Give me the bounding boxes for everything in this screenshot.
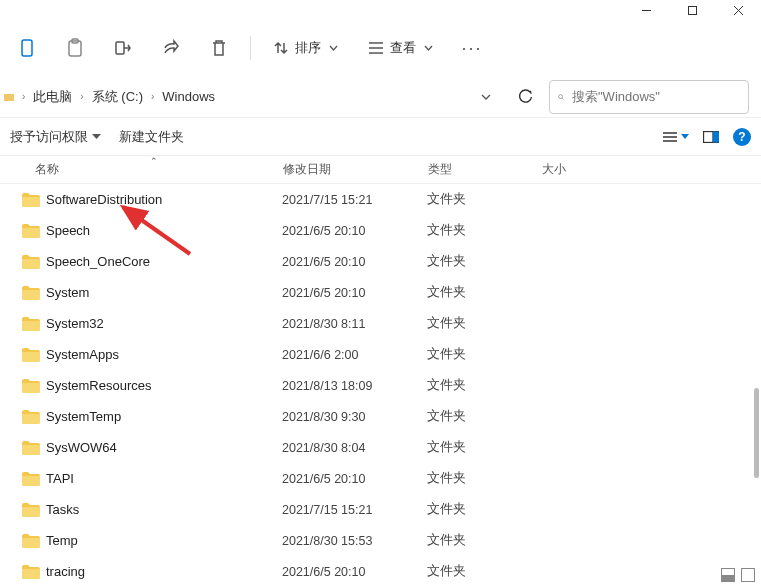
permissions-label: 授予访问权限	[10, 128, 88, 146]
copy-button[interactable]	[10, 31, 44, 65]
col-header-date[interactable]: 修改日期	[283, 161, 428, 178]
sort-button[interactable]: 排序	[265, 35, 346, 61]
window-titlebar	[0, 0, 761, 20]
breadcrumb-dropdown[interactable]	[477, 94, 495, 100]
main-toolbar: 排序 查看 ···	[0, 20, 761, 76]
file-name: Tasks	[46, 502, 282, 517]
permissions-button[interactable]: 授予访问权限	[10, 128, 101, 146]
file-name: SysWOW64	[46, 440, 282, 455]
file-type: 文件夹	[427, 222, 541, 239]
breadcrumb[interactable]: › 此电脑 › 系统 (C:) › Windows	[0, 81, 539, 113]
table-row[interactable]: Temp2021/8/30 15:53文件夹	[0, 525, 761, 556]
table-row[interactable]: SystemResources2021/8/13 18:09文件夹	[0, 370, 761, 401]
file-date: 2021/8/30 8:11	[282, 317, 427, 331]
file-date: 2021/8/30 9:30	[282, 410, 427, 424]
minimize-button[interactable]	[623, 0, 669, 20]
svg-rect-4	[22, 40, 32, 56]
preview-pane-button[interactable]	[703, 131, 719, 143]
sub-toolbar: 授予访问权限 新建文件夹 ?	[0, 118, 761, 156]
chevron-down-icon	[329, 45, 338, 51]
file-name: tracing	[46, 564, 282, 579]
help-button[interactable]: ?	[733, 128, 751, 146]
svg-line-13	[562, 98, 564, 100]
file-list[interactable]: SoftwareDistribution2021/7/15 15:21文件夹Sp…	[0, 184, 761, 584]
file-type: 文件夹	[427, 532, 541, 549]
view-toggle-list[interactable]	[663, 131, 689, 143]
search-icon	[558, 90, 564, 104]
file-date: 2021/6/5 20:10	[282, 224, 427, 238]
file-date: 2021/6/5 20:10	[282, 565, 427, 579]
file-type: 文件夹	[427, 501, 541, 518]
file-name: SystemTemp	[46, 409, 282, 424]
table-row[interactable]: Tasks2021/7/15 15:21文件夹	[0, 494, 761, 525]
table-row[interactable]: SystemApps2021/6/6 2:00文件夹	[0, 339, 761, 370]
close-button[interactable]	[715, 0, 761, 20]
file-type: 文件夹	[427, 470, 541, 487]
file-date: 2021/6/5 20:10	[282, 286, 427, 300]
sort-label: 排序	[295, 39, 321, 57]
crumb-2[interactable]: Windows	[162, 89, 215, 104]
paste-button[interactable]	[58, 31, 92, 65]
table-row[interactable]: SoftwareDistribution2021/7/15 15:21文件夹	[0, 184, 761, 215]
delete-button[interactable]	[202, 31, 236, 65]
file-type: 文件夹	[427, 191, 541, 208]
scrollbar-thumb[interactable]	[754, 388, 759, 478]
view-mode-details-icon[interactable]	[721, 568, 735, 582]
file-type: 文件夹	[427, 563, 541, 580]
file-date: 2021/8/30 15:53	[282, 534, 427, 548]
table-row[interactable]: System2021/6/5 20:10文件夹	[0, 277, 761, 308]
refresh-button[interactable]	[511, 83, 539, 111]
chevron-right-icon: ›	[80, 91, 83, 102]
breadcrumb-root-icon	[4, 91, 14, 103]
file-date: 2021/6/6 2:00	[282, 348, 427, 362]
sort-indicator-icon: ⌃	[150, 156, 158, 166]
col-header-type[interactable]: 类型	[428, 161, 542, 178]
file-name: SoftwareDistribution	[46, 192, 282, 207]
chevron-down-icon	[424, 45, 433, 51]
cut-button[interactable]	[106, 31, 140, 65]
chevron-right-icon: ›	[22, 91, 25, 102]
col-header-size[interactable]: 大小	[542, 161, 761, 178]
table-row[interactable]: TAPI2021/6/5 20:10文件夹	[0, 463, 761, 494]
new-folder-label: 新建文件夹	[119, 128, 184, 146]
svg-rect-11	[4, 94, 14, 101]
share-button[interactable]	[154, 31, 188, 65]
new-folder-button[interactable]: 新建文件夹	[119, 128, 184, 146]
file-type: 文件夹	[427, 346, 541, 363]
table-row[interactable]: Speech_OneCore2021/6/5 20:10文件夹	[0, 246, 761, 277]
table-row[interactable]: SystemTemp2021/8/30 9:30文件夹	[0, 401, 761, 432]
svg-rect-1	[688, 6, 696, 14]
file-name: SystemResources	[46, 378, 282, 393]
table-row[interactable]: tracing2021/6/5 20:10文件夹	[0, 556, 761, 584]
file-date: 2021/7/15 15:21	[282, 503, 427, 517]
column-headers: ⌃ 名称 修改日期 类型 大小	[0, 156, 761, 184]
view-button[interactable]: 查看	[360, 35, 441, 61]
chevron-down-icon	[92, 134, 101, 139]
file-name: System32	[46, 316, 282, 331]
svg-rect-19	[713, 131, 719, 142]
file-date: 2021/8/30 8:04	[282, 441, 427, 455]
file-name: Temp	[46, 533, 282, 548]
search-input[interactable]	[572, 89, 740, 104]
status-bar-icons	[721, 568, 755, 582]
table-row[interactable]: Speech2021/6/5 20:10文件夹	[0, 215, 761, 246]
file-name: System	[46, 285, 282, 300]
table-row[interactable]: SysWOW642021/8/30 8:04文件夹	[0, 432, 761, 463]
crumb-1[interactable]: 系统 (C:)	[92, 88, 143, 106]
file-type: 文件夹	[427, 253, 541, 270]
view-mode-thumbnails-icon[interactable]	[741, 568, 755, 582]
search-box[interactable]	[549, 80, 749, 114]
address-row: › 此电脑 › 系统 (C:) › Windows	[0, 76, 761, 118]
file-date: 2021/8/13 18:09	[282, 379, 427, 393]
table-row[interactable]: System322021/8/30 8:11文件夹	[0, 308, 761, 339]
file-type: 文件夹	[427, 284, 541, 301]
more-button[interactable]: ···	[455, 31, 489, 65]
col-header-name[interactable]: 名称	[35, 161, 283, 178]
crumb-0[interactable]: 此电脑	[33, 88, 72, 106]
file-date: 2021/7/15 15:21	[282, 193, 427, 207]
svg-point-12	[559, 94, 563, 98]
file-type: 文件夹	[427, 377, 541, 394]
maximize-button[interactable]	[669, 0, 715, 20]
file-type: 文件夹	[427, 408, 541, 425]
view-label: 查看	[390, 39, 416, 57]
